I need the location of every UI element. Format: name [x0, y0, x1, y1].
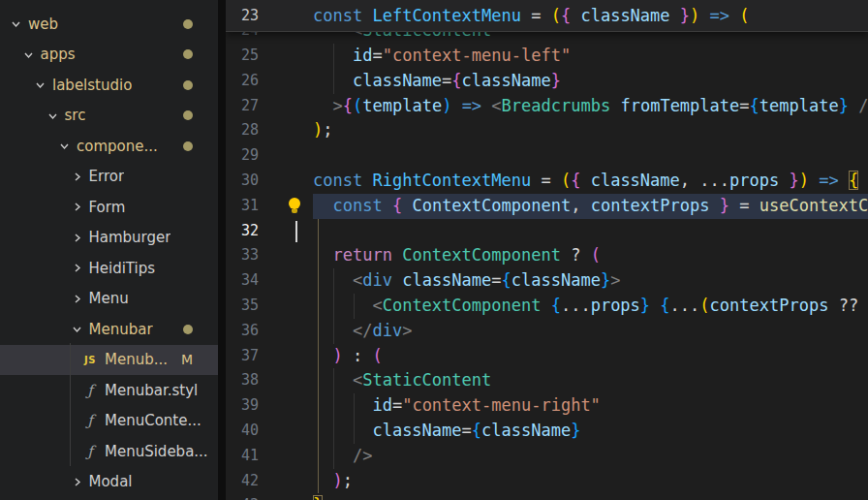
line-number[interactable]: 41 [226, 444, 259, 469]
tree-item-label: Modal [89, 473, 133, 490]
line-number[interactable]: 29 [226, 143, 259, 169]
tree-item-label: labelstudio [52, 77, 132, 94]
modified-dot-icon [183, 110, 193, 120]
line-number[interactable]: 43 [226, 493, 259, 500]
tree-item-label: Error [89, 168, 125, 185]
tree-item-label: MenuConte... [105, 412, 202, 429]
tree-item-label: Menu [89, 290, 129, 307]
sidebar-editor-sash[interactable] [218, 0, 226, 500]
tree-item-labelstudio[interactable]: labelstudio [0, 70, 218, 101]
line-number[interactable]: 25 [226, 44, 259, 69]
tree-item-modal[interactable]: Modal [0, 467, 218, 498]
code-text: >{(template) => <Breadcrumbs fromTemplat… [313, 94, 868, 119]
tree-item-menuconte-[interactable]: ƒMenuConte... [0, 406, 218, 437]
chevron-right-icon [71, 232, 83, 244]
code-line-23[interactable]: 23const LeftContextMenu = ({ className }… [226, 0, 868, 31]
line-number[interactable]: 30 [226, 169, 259, 194]
modified-dot-icon [183, 19, 193, 29]
git-modified-badge: M [181, 352, 193, 367]
modified-dot-icon [183, 141, 193, 151]
code-line-41[interactable]: 41 /> [226, 444, 868, 469]
code-line-28[interactable]: 28); [226, 118, 868, 143]
line-number[interactable]: 40 [226, 419, 259, 444]
tree-item-hamburger[interactable]: Hamburger [0, 223, 218, 254]
code-text: ) : ( [313, 344, 383, 369]
modified-dot-icon [183, 325, 193, 334]
tree-item-form[interactable]: Form [0, 192, 218, 223]
code-line-29[interactable]: 29 [226, 143, 868, 169]
tree-item-menub-[interactable]: JSMenub...M [0, 345, 218, 376]
line-number[interactable]: 35 [226, 294, 259, 319]
line-number[interactable]: 34 [226, 268, 259, 294]
stylus-file-icon: ƒ [82, 382, 98, 399]
line-number[interactable]: 26 [226, 69, 259, 94]
code-line-25[interactable]: 25 id="context-menu-left" [226, 44, 868, 69]
chevron-right-icon [71, 262, 83, 274]
tree-item-menubar-styl[interactable]: ƒMenubar.styl [0, 375, 218, 406]
file-tree: webappslabelstudiosrccompone...ErrorForm… [0, 9, 218, 497]
code-text: <ContextComponent {...props} {...(contex… [313, 294, 858, 319]
code-text: </div> [313, 319, 412, 344]
code-line-33[interactable]: 33 return ContextComponent ? ( [226, 243, 868, 268]
code-line-26[interactable]: 26 className={className} [226, 69, 868, 94]
tree-item-src[interactable]: src [0, 101, 218, 132]
line-number[interactable]: 38 [226, 368, 259, 393]
tree-item-menu[interactable]: Menu [0, 284, 218, 315]
line-number[interactable]: 24 [226, 32, 259, 44]
sticky-scroll-line[interactable]: 23const LeftContextMenu = ({ className }… [226, 0, 868, 32]
code-line-30[interactable]: 30const RightContextMenu = ({ className,… [226, 169, 868, 194]
code-line-38[interactable]: 38 <StaticContent [226, 368, 868, 393]
code-editor[interactable]: 23const LeftContextMenu = ({ className }… [226, 0, 868, 500]
code-text: }; [313, 493, 333, 500]
tree-item-menusideba-[interactable]: ƒMenuSideba... [0, 436, 218, 467]
code-line-32[interactable]: 32 [226, 219, 868, 244]
partially-scrolled-line: 24 <StaticContent [226, 32, 868, 44]
code-text: <StaticContent [313, 32, 491, 44]
file-explorer-sidebar: webappslabelstudiosrccompone...ErrorForm… [0, 0, 218, 500]
code-line-43[interactable]: 43}; [226, 493, 868, 500]
js-file-icon: JS [82, 355, 98, 365]
tree-item-heiditips[interactable]: HeidiTips [0, 253, 218, 284]
line-number[interactable]: 23 [226, 0, 259, 31]
tree-item-compone-[interactable]: compone... [0, 131, 218, 162]
line-number[interactable]: 39 [226, 393, 259, 419]
chevron-down-icon [46, 109, 59, 122]
code-line-36[interactable]: 36 </div> [226, 319, 868, 344]
line-number[interactable]: 32 [226, 219, 259, 244]
chevron-right-icon [71, 201, 83, 213]
line-number[interactable]: 37 [226, 344, 259, 369]
code-text: const RightContextMenu = ({ className, .… [313, 169, 858, 194]
stylus-file-icon: ƒ [82, 412, 98, 429]
line-number[interactable]: 42 [226, 469, 259, 494]
text-cursor [295, 221, 297, 242]
tree-item-apps[interactable]: apps [0, 40, 218, 71]
code-line-31[interactable]: 31 const { ContextComponent, contextProp… [226, 194, 868, 219]
chevron-down-icon [71, 323, 83, 335]
code-text: <StaticContent [313, 368, 491, 393]
code-line-37[interactable]: 37 ) : ( [226, 344, 868, 369]
code-text: className={className} [313, 419, 580, 444]
stylus-file-icon: ƒ [82, 443, 98, 460]
code-line-40[interactable]: 40 className={className} [226, 419, 868, 444]
line-number[interactable]: 31 [226, 194, 259, 219]
code-line-27[interactable]: 27 >{(template) => <Breadcrumbs fromTemp… [226, 94, 868, 119]
code-text: const { ContextComponent, contextProps }… [313, 194, 868, 219]
line-number[interactable]: 27 [226, 94, 259, 119]
lightbulb-code-action-icon[interactable] [287, 198, 302, 215]
modified-dot-icon [183, 49, 193, 59]
code-text: /> [313, 444, 372, 469]
tree-item-web[interactable]: web [0, 9, 218, 40]
tree-item-error[interactable]: Error [0, 162, 218, 193]
code-line-35[interactable]: 35 <ContextComponent {...props} {...(con… [226, 294, 868, 319]
line-number[interactable]: 36 [226, 319, 259, 344]
tree-indent-guide [70, 343, 71, 466]
tree-item-label: MenuSideba... [105, 443, 208, 460]
tree-item-label: Menubar [89, 321, 153, 338]
code-line-34[interactable]: 34 <div className={className}> [226, 268, 868, 294]
code-line-42[interactable]: 42 ); [226, 469, 868, 494]
code-line-24[interactable]: 24 <StaticContent [226, 32, 868, 44]
code-line-39[interactable]: 39 id="context-menu-right" [226, 393, 868, 419]
tree-item-menubar[interactable]: Menubar [0, 314, 218, 345]
line-number[interactable]: 33 [226, 243, 259, 268]
line-number[interactable]: 28 [226, 118, 259, 143]
